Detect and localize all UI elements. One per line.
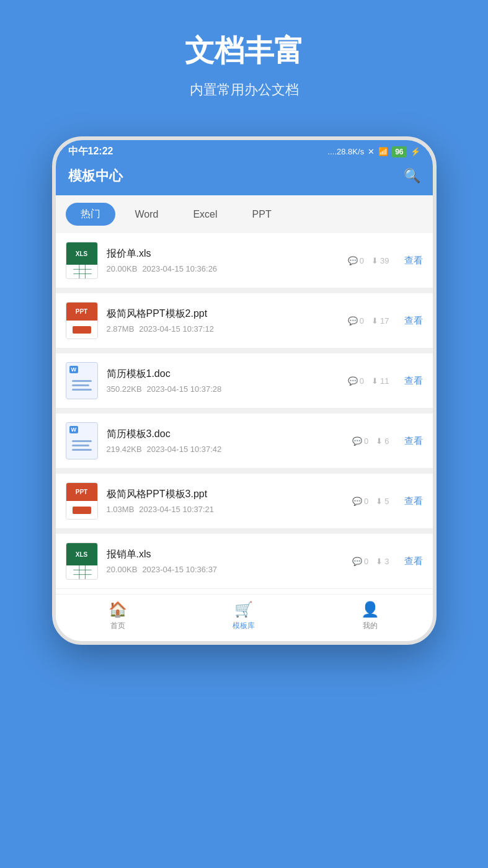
battery-indicator: 96 <box>392 146 406 157</box>
hero-title: 文档丰富 <box>185 31 304 71</box>
file-size: 219.42KB <box>107 445 142 454</box>
xls-grid-icon <box>66 565 98 579</box>
nav-home[interactable]: 🏠 首页 <box>109 601 127 631</box>
view-button[interactable]: 查看 <box>404 255 423 267</box>
doc-icon: W <box>66 362 98 399</box>
app-header: 模板中心 🔍 <box>56 161 433 195</box>
list-item: W 简历模板1.doc 350.22KB 2023-04-15 10:37:28… <box>56 353 433 409</box>
file-stats: 💬 0 ⬇ 17 <box>348 316 389 326</box>
view-button[interactable]: 查看 <box>404 495 423 507</box>
comments-stat: 💬 0 <box>348 376 364 386</box>
status-right: ....28.8K/s ✕ 📶 96 ⚡ <box>328 146 420 157</box>
file-size: 20.00KB <box>107 264 138 273</box>
download-icon: ⬇ <box>371 256 378 265</box>
comment-icon: 💬 <box>348 376 358 386</box>
file-date: 2023-04-15 10:36:26 <box>142 264 217 273</box>
file-name: 极简风格PPT模板2.ppt <box>107 308 339 321</box>
file-size: 350.22KB <box>107 384 142 394</box>
svg-rect-5 <box>73 565 91 579</box>
download-icon: ⬇ <box>371 376 378 386</box>
bottom-nav: 🏠 首页 🛒 模板库 👤 我的 <box>56 594 433 641</box>
nav-home-label: 首页 <box>110 621 125 631</box>
file-info: 报价单.xls 20.00KB 2023-04-15 10:36:26 <box>107 247 339 273</box>
tab-hot[interactable]: 热门 <box>66 203 115 226</box>
phone-frame: 中午12:22 ....28.8K/s ✕ 📶 96 ⚡ 模板中心 🔍 热门 W… <box>52 136 437 645</box>
profile-icon: 👤 <box>361 601 379 618</box>
comments-stat: 💬 0 <box>352 436 368 446</box>
file-info: 报销单.xls 20.00KB 2023-04-15 10:36:37 <box>107 548 344 574</box>
tab-excel[interactable]: Excel <box>178 204 232 225</box>
file-stats: 💬 0 ⬇ 39 <box>348 256 389 265</box>
file-meta: 2.87MB 2023-04-15 10:37:12 <box>107 324 339 334</box>
view-button[interactable]: 查看 <box>404 315 423 327</box>
file-date: 2023-04-15 10:36:37 <box>142 565 217 574</box>
file-date: 2023-04-15 10:37:42 <box>147 445 222 454</box>
file-meta: 1.03MB 2023-04-15 10:37:21 <box>107 505 344 514</box>
file-size: 2.87MB <box>107 324 135 334</box>
file-stats: 💬 0 ⬇ 5 <box>352 497 389 506</box>
network-speed: ....28.8K/s <box>328 147 365 156</box>
downloads-stat: ⬇ 3 <box>376 557 389 566</box>
download-icon: ⬇ <box>376 557 383 566</box>
view-button[interactable]: 查看 <box>404 556 423 567</box>
tab-word[interactable]: Word <box>120 204 174 225</box>
file-size: 20.00KB <box>107 565 138 574</box>
comment-icon: 💬 <box>352 497 362 506</box>
wifi-icon: 📶 <box>378 147 388 156</box>
file-date: 2023-04-15 10:37:12 <box>139 324 214 334</box>
view-button[interactable]: 查看 <box>404 375 423 387</box>
downloads-stat: ⬇ 39 <box>371 256 389 265</box>
list-item: PPT 极简风格PPT模板2.ppt 2.87MB 2023-04-15 10:… <box>56 293 433 348</box>
downloads-stat: ⬇ 6 <box>376 436 389 446</box>
nav-profile-label: 我的 <box>363 621 378 631</box>
download-icon: ⬇ <box>376 497 383 506</box>
file-info: 极简风格PPT模板2.ppt 2.87MB 2023-04-15 10:37:1… <box>107 308 339 334</box>
header-title: 模板中心 <box>68 167 123 185</box>
status-time: 中午12:22 <box>68 145 113 158</box>
comment-icon: 💬 <box>352 436 362 446</box>
file-meta: 20.00KB 2023-04-15 10:36:26 <box>107 264 339 273</box>
ppt-icon: PPT <box>66 302 98 339</box>
hero-subtitle: 内置常用办公文档 <box>190 81 299 99</box>
file-info: 简历模板1.doc 350.22KB 2023-04-15 10:37:28 <box>107 368 339 394</box>
list-item: XLS 报销单.xls 20.00KB 2023-04-15 10:36:37 <box>56 534 433 589</box>
tabs-section: 热门 Word Excel PPT <box>56 195 433 233</box>
xls-icon: XLS <box>66 242 98 279</box>
file-meta: 350.22KB 2023-04-15 10:37:28 <box>107 384 339 394</box>
file-info: 极简风格PPT模板3.ppt 1.03MB 2023-04-15 10:37:2… <box>107 488 344 514</box>
charging-icon: ⚡ <box>410 147 420 156</box>
file-name: 报价单.xls <box>107 247 339 260</box>
comment-icon: 💬 <box>348 256 358 265</box>
downloads-stat: ⬇ 17 <box>371 316 389 326</box>
comments-stat: 💬 0 <box>348 256 364 265</box>
file-list: XLS 报价单.xls 20.00KB 2023-04-15 10:36:26 <box>56 233 433 589</box>
xls-grid-icon <box>66 265 98 278</box>
view-button[interactable]: 查看 <box>404 435 423 447</box>
nav-templates-label: 模板库 <box>233 621 255 631</box>
file-info: 简历模板3.doc 219.42KB 2023-04-15 10:37:42 <box>107 428 344 454</box>
file-name: 极简风格PPT模板3.ppt <box>107 488 344 501</box>
nav-profile[interactable]: 👤 我的 <box>361 601 379 631</box>
downloads-stat: ⬇ 5 <box>376 497 389 506</box>
list-item: XLS 报价单.xls 20.00KB 2023-04-15 10:36:26 <box>56 233 433 288</box>
file-name: 简历模板3.doc <box>107 428 344 441</box>
signal-icon: ✕ <box>368 147 375 156</box>
status-bar: 中午12:22 ....28.8K/s ✕ 📶 96 ⚡ <box>56 140 433 161</box>
downloads-stat: ⬇ 11 <box>371 376 389 386</box>
download-icon: ⬇ <box>371 316 378 326</box>
xls-icon: XLS <box>66 542 98 580</box>
file-date: 2023-04-15 10:37:28 <box>147 384 222 394</box>
nav-templates[interactable]: 🛒 模板库 <box>233 601 255 631</box>
file-name: 简历模板1.doc <box>107 368 339 381</box>
doc-icon: W <box>66 422 98 459</box>
file-meta: 219.42KB 2023-04-15 10:37:42 <box>107 445 344 454</box>
download-icon: ⬇ <box>376 436 383 446</box>
hero-section: 文档丰富 内置常用办公文档 <box>0 0 488 136</box>
file-stats: 💬 0 ⬇ 11 <box>348 376 389 386</box>
ppt-icon: PPT <box>66 482 98 520</box>
tab-ppt[interactable]: PPT <box>237 204 286 225</box>
file-meta: 20.00KB 2023-04-15 10:36:37 <box>107 565 344 574</box>
list-item: PPT 极简风格PPT模板3.ppt 1.03MB 2023-04-15 10:… <box>56 474 433 529</box>
comments-stat: 💬 0 <box>352 557 368 566</box>
search-button[interactable]: 🔍 <box>404 168 420 184</box>
